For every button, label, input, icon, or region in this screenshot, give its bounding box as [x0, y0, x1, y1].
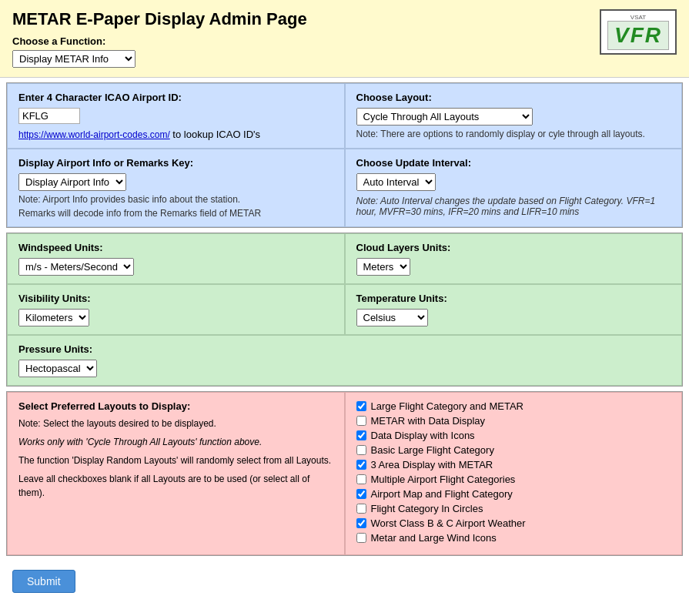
list-item: Large Flight Category and METAR: [356, 400, 671, 412]
vfr-text: VFR: [607, 21, 669, 50]
layout-checkbox-label-2: Data Display with Icons: [371, 430, 475, 441]
layout-cell: Choose Layout: Cycle Through All Layouts…: [345, 83, 683, 149]
list-item: 3 Area Display with METAR: [356, 459, 671, 470]
icao-label: Enter 4 Character ICAO Airport ID:: [18, 92, 333, 103]
layout-checkbox-label-8: Worst Class B & C Airport Weather: [371, 517, 526, 529]
green-section: Windspeed Units: m/s - Meters/Secondmph …: [6, 233, 683, 387]
display-cell: Display Airport Info or Remarks Key: Dis…: [7, 149, 345, 227]
layout-checkbox-label-6: Airport Map and Flight Category: [371, 488, 513, 500]
pink-note4: Leave all checkboxes blank if all Layout…: [18, 472, 333, 500]
layout-checkbox-5[interactable]: [356, 474, 366, 484]
icao-link[interactable]: https://www.world-airport-codes.com/: [18, 129, 170, 140]
icao-link-suffix: to lookup ICAO ID's: [170, 129, 260, 140]
list-item: Flight Category In Circles: [356, 503, 671, 514]
layout-label: Choose Layout:: [356, 92, 671, 103]
layout-checkbox-0[interactable]: [356, 401, 366, 411]
interval-note: Note: Auto Interval changes the update b…: [356, 196, 671, 217]
layout-checkbox-label-7: Flight Category In Circles: [371, 503, 483, 514]
list-item: Worst Class B & C Airport Weather: [356, 517, 671, 529]
icao-cell: Enter 4 Character ICAO Airport ID: https…: [7, 83, 345, 149]
layout-checkbox-1[interactable]: [356, 416, 366, 426]
windspeed-select[interactable]: m/s - Meters/Secondmph - Miles/Hourkts -…: [18, 258, 134, 276]
pressure-cell: Pressure Units: HectopascalinHg: [7, 335, 682, 386]
layout-checkbox-label-1: METAR with Data Display: [371, 415, 486, 427]
layout-select[interactable]: Cycle Through All LayoutsLarge Flight Ca…: [356, 108, 533, 126]
icao-input[interactable]: [18, 108, 80, 124]
visibility-cell: Visibility Units: KilometersMiles: [7, 284, 345, 335]
page-header: METAR E-Paper Display Admin Page Choose …: [0, 0, 689, 78]
list-item: Metar and Large Wind Icons: [356, 532, 671, 544]
function-label: Choose a Function:: [12, 35, 307, 47]
temperature-cell: Temperature Units: CelsiusFahrenheit: [345, 284, 683, 335]
list-item: Multiple Airport Flight Categories: [356, 474, 671, 485]
list-item: Airport Map and Flight Category: [356, 488, 671, 500]
pink-right-cell: Large Flight Category and METARMETAR wit…: [345, 392, 683, 555]
pink-left-cell: Select Preferred Layouts to Display: Not…: [7, 392, 345, 555]
cloud-select[interactable]: MetersFeet: [356, 258, 410, 276]
list-item: Data Display with Icons: [356, 430, 671, 441]
layout-checkbox-label-4: 3 Area Display with METAR: [371, 459, 493, 470]
cloud-label: Cloud Layers Units:: [356, 242, 671, 253]
temperature-label: Temperature Units:: [356, 293, 671, 304]
interval-label: Choose Update Interval:: [356, 157, 671, 169]
blue-section: Enter 4 Character ICAO Airport ID: https…: [6, 82, 683, 228]
function-select[interactable]: Display METAR InfoDisplay Airport InfoDi…: [12, 50, 135, 68]
layout-checkbox-9[interactable]: [356, 533, 366, 543]
windspeed-cell: Windspeed Units: m/s - Meters/Secondmph …: [7, 233, 345, 284]
pressure-label: Pressure Units:: [18, 343, 671, 355]
vfr-logo-top: VSAT: [607, 14, 669, 21]
layout-checkbox-4[interactable]: [356, 460, 366, 470]
display-note2: Remarks will decode info from the Remark…: [18, 208, 333, 219]
windspeed-label: Windspeed Units:: [18, 242, 333, 253]
pink-note2: Works only with 'Cycle Through All Layou…: [18, 435, 333, 449]
layout-checkbox-label-9: Metar and Large Wind Icons: [371, 532, 497, 544]
header-left: METAR E-Paper Display Admin Page Choose …: [12, 9, 307, 68]
layout-checkbox-8[interactable]: [356, 518, 366, 528]
visibility-select[interactable]: KilometersMiles: [18, 309, 89, 326]
interval-cell: Choose Update Interval: Auto Interval1 H…: [345, 149, 683, 227]
layout-checkbox-label-3: Basic Large Flight Category: [371, 444, 494, 456]
pink-title: Select Preferred Layouts to Display:: [18, 400, 333, 412]
cloud-cell: Cloud Layers Units: MetersFeet: [345, 233, 683, 284]
layout-checkbox-3[interactable]: [356, 445, 366, 455]
layout-checkbox-2[interactable]: [356, 430, 366, 440]
page-title: METAR E-Paper Display Admin Page: [12, 9, 307, 29]
list-item: METAR with Data Display: [356, 415, 671, 427]
display-label: Display Airport Info or Remarks Key:: [18, 157, 333, 169]
pressure-select[interactable]: HectopascalinHg: [18, 360, 97, 377]
layout-note: Note: There are options to randomly disp…: [356, 129, 671, 139]
pink-note1: Note: Select the layouts desired to be d…: [18, 417, 333, 430]
visibility-label: Visibility Units:: [18, 293, 333, 304]
layout-checkbox-7[interactable]: [356, 504, 366, 514]
pink-section: Select Preferred Layouts to Display: Not…: [6, 391, 683, 556]
vfr-badge: VSAT VFR: [600, 9, 677, 55]
interval-select[interactable]: Auto Interval1 Hour30 Minutes20 Minutes1…: [356, 173, 436, 191]
submit-section: Submit: [0, 561, 689, 602]
pink-note3: The function 'Display Random Layouts' wi…: [18, 454, 333, 467]
submit-button[interactable]: Submit: [12, 570, 75, 593]
layout-checkbox-label-0: Large Flight Category and METAR: [371, 400, 523, 412]
display-note1: Note: Airport Info provides basic info a…: [18, 194, 333, 205]
layout-checkbox-label-5: Multiple Airport Flight Categories: [371, 474, 516, 485]
display-select[interactable]: Display Airport InfoDisplay Remarks: [18, 173, 126, 191]
temperature-select[interactable]: CelsiusFahrenheit: [356, 309, 428, 326]
layout-checkbox-6[interactable]: [356, 489, 366, 499]
list-item: Basic Large Flight Category: [356, 444, 671, 456]
layout-checkbox-list: Large Flight Category and METARMETAR wit…: [356, 400, 671, 544]
